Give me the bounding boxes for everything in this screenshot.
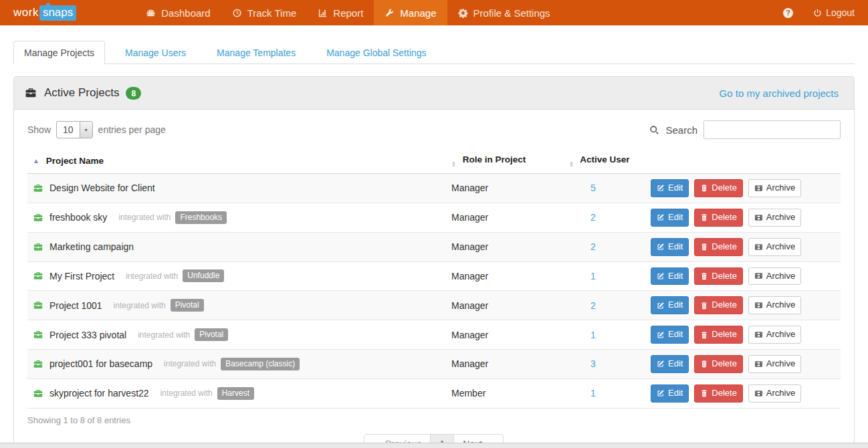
- entries-per-page-label: entries per page: [98, 124, 166, 135]
- tab-manage-global-settings[interactable]: Manage Global Settings: [316, 41, 437, 64]
- help-icon[interactable]: ?: [783, 8, 793, 18]
- archive-button[interactable]: Archive: [748, 384, 801, 403]
- project-count-badge: 8: [126, 87, 141, 100]
- delete-button[interactable]: Delete: [694, 355, 743, 373]
- page-size-select[interactable]: 10 ▼: [56, 121, 93, 138]
- column-header-project-name[interactable]: ▲ Project Name: [27, 148, 446, 174]
- integrated-with-label: integrated with: [164, 359, 216, 368]
- project-role: Manager: [446, 350, 564, 379]
- active-user-count-link[interactable]: 2: [590, 212, 596, 223]
- nav-item-track-time[interactable]: Track Time: [221, 0, 308, 25]
- integration-badge: Unfuddle: [183, 269, 224, 282]
- column-header-active-user[interactable]: ▲▼ Active User: [564, 148, 645, 174]
- project-name: freshbook sky: [49, 212, 107, 223]
- panel-heading: Active Projects 8 Go to my archived proj…: [14, 77, 854, 110]
- integration-wrap: integrated with Unfuddle: [126, 269, 224, 282]
- trash-icon: [700, 184, 708, 192]
- edit-pencil-icon: [657, 389, 665, 397]
- sort-ascending-icon: ▲: [33, 157, 39, 164]
- page-size-value: 10: [57, 122, 80, 138]
- archive-button[interactable]: Archive: [748, 296, 801, 314]
- project-name: project001 for basecamp: [49, 358, 152, 369]
- table-row: freshbook sky integrated with Freshbooks…: [27, 203, 841, 232]
- delete-button[interactable]: Delete: [694, 238, 743, 256]
- active-user-count-link[interactable]: 1: [590, 330, 596, 340]
- edit-pencil-icon: [657, 213, 665, 221]
- tab-manage-projects[interactable]: Manage Projects: [13, 41, 105, 64]
- integration-wrap: integrated with Freshbooks: [118, 211, 227, 224]
- edit-button[interactable]: Edit: [651, 209, 689, 227]
- nav-item-profile-settings[interactable]: Profile & Settings: [447, 0, 561, 25]
- trash-icon: [700, 243, 708, 251]
- edit-button[interactable]: Edit: [651, 384, 689, 403]
- project-name: Project 333 pivotal: [49, 330, 126, 340]
- edit-button[interactable]: Edit: [651, 179, 689, 197]
- table-row: Design Website for Client Manager 5 Edit…: [27, 174, 841, 203]
- column-header-role[interactable]: ▲▼ Role in Project: [446, 148, 564, 174]
- worksnaps-logo[interactable]: work snaps: [13, 5, 76, 21]
- table-row: Marketing campaign Manager 2 Edit Delete: [27, 232, 841, 261]
- active-user-count-link[interactable]: 1: [590, 271, 596, 282]
- active-user-count-link[interactable]: 3: [590, 358, 596, 369]
- search-group: Search: [649, 120, 841, 139]
- logo-text-snaps: snaps: [39, 5, 76, 21]
- tab-manage-users[interactable]: Manage Users: [114, 41, 197, 64]
- integration-wrap: integrated with Harvest: [160, 387, 254, 400]
- logout-button[interactable]: Logout: [813, 7, 855, 18]
- wrench-icon: [385, 8, 395, 18]
- table-controls: Show 10 ▼ entries per page Search: [27, 120, 841, 139]
- delete-button[interactable]: Delete: [694, 296, 743, 314]
- caret-down-icon: ▼: [80, 122, 92, 138]
- project-briefcase-icon: [33, 388, 43, 399]
- active-user-count-link[interactable]: 2: [590, 300, 596, 311]
- integrated-with-label: integrated with: [138, 330, 190, 340]
- delete-button[interactable]: Delete: [694, 326, 743, 344]
- archived-projects-link[interactable]: Go to my archived projects: [720, 88, 839, 99]
- project-briefcase-icon: [33, 183, 43, 193]
- archive-button[interactable]: Archive: [748, 238, 801, 256]
- active-user-count-link[interactable]: 1: [590, 388, 596, 399]
- integration-wrap: integrated with Pivotal: [114, 299, 204, 312]
- delete-button[interactable]: Delete: [694, 209, 743, 227]
- film-archive-icon: [754, 271, 763, 280]
- edit-button[interactable]: Edit: [651, 238, 689, 256]
- integration-badge: Pivotal: [195, 328, 228, 341]
- delete-button[interactable]: Delete: [694, 179, 743, 197]
- edit-button[interactable]: Edit: [651, 267, 689, 286]
- active-user-count-link[interactable]: 5: [590, 183, 596, 193]
- logout-label: Logout: [826, 7, 855, 18]
- nav-item-manage[interactable]: Manage: [374, 0, 447, 25]
- search-input[interactable]: [703, 120, 841, 139]
- film-archive-icon: [754, 360, 763, 368]
- project-briefcase-icon: [33, 242, 43, 252]
- archive-button[interactable]: Archive: [748, 326, 801, 344]
- nav-item-label: Dashboard: [161, 7, 210, 19]
- film-archive-icon: [754, 301, 763, 310]
- delete-button[interactable]: Delete: [694, 267, 743, 286]
- project-role: Manager: [446, 261, 564, 291]
- project-name: Design Website for Client: [49, 183, 155, 193]
- archive-button[interactable]: Archive: [748, 209, 801, 227]
- archive-button[interactable]: Archive: [748, 179, 801, 197]
- edit-button[interactable]: Edit: [651, 296, 689, 314]
- nav-item-report[interactable]: Report: [307, 0, 374, 25]
- active-projects-panel: Active Projects 8 Go to my archived proj…: [13, 76, 855, 448]
- nav-item-dashboard[interactable]: Dashboard: [135, 0, 221, 25]
- page-footer-strip: [0, 443, 868, 448]
- integration-badge: Freshbooks: [175, 211, 227, 224]
- project-role: Manager: [446, 203, 564, 232]
- edit-button[interactable]: Edit: [651, 326, 689, 344]
- edit-pencil-icon: [657, 243, 665, 251]
- film-archive-icon: [754, 389, 763, 398]
- project-role: Manager: [446, 232, 564, 261]
- navbar-right: ? Logout: [783, 7, 855, 18]
- film-archive-icon: [754, 243, 763, 251]
- archive-button[interactable]: Archive: [748, 267, 801, 286]
- tab-manage-templates[interactable]: Manage Templates: [206, 41, 306, 64]
- archive-button[interactable]: Archive: [748, 355, 801, 373]
- delete-button[interactable]: Delete: [694, 384, 743, 403]
- active-user-count-link[interactable]: 2: [590, 241, 596, 252]
- trash-icon: [700, 272, 708, 280]
- film-archive-icon: [754, 184, 763, 193]
- edit-button[interactable]: Edit: [651, 355, 689, 373]
